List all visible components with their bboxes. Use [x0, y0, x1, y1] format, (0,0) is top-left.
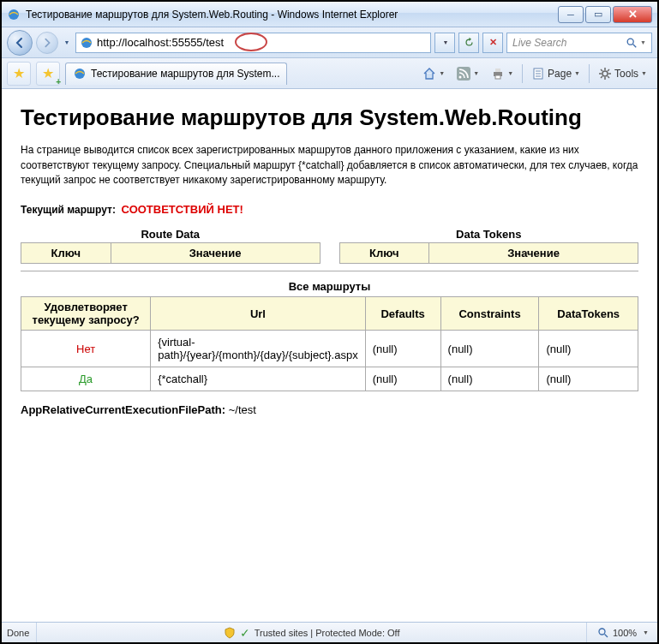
svg-point-2 [627, 39, 633, 45]
search-dropdown[interactable]: ▼ [640, 39, 646, 45]
address-bar-wrap [75, 33, 431, 53]
address-dropdown[interactable]: ▼ [434, 33, 455, 53]
cell-match: Нет [21, 331, 151, 367]
data-tokens-table: Data Tokens Ключ Значение [339, 228, 639, 264]
cell-constraints: (null) [440, 367, 539, 391]
cell-datatokens: (null) [539, 331, 638, 367]
check-icon: ✓ [240, 626, 250, 640]
statusbar: Done ✓ Trusted sites | Protected Mode: O… [2, 622, 657, 642]
toolbar-separator [589, 64, 590, 83]
star-icon: ★ [42, 65, 54, 81]
minimize-button[interactable]: ─ [558, 6, 584, 23]
table-row: Да {*catchall} (null) (null) (null) [21, 367, 638, 391]
address-bar [75, 33, 431, 53]
status-zoom[interactable]: 100% ▼ [594, 627, 652, 639]
no-match-text: СООТВЕТСТВИЙ НЕТ! [122, 203, 243, 216]
tools-menu-button[interactable]: Tools ▼ [593, 63, 652, 85]
zoom-dropdown[interactable]: ▼ [643, 629, 649, 635]
security-text: Trusted sites | Protected Mode: Off [255, 628, 400, 638]
cell-defaults: (null) [365, 331, 440, 367]
window-controls: ─ ▭ ✕ [558, 6, 652, 23]
gear-icon [598, 67, 612, 80]
home-icon [422, 67, 436, 80]
search-icon[interactable] [626, 37, 638, 49]
close-button[interactable]: ✕ [613, 6, 652, 23]
route-data-table: Route Data Ключ Значение [21, 228, 321, 264]
page-icon [80, 36, 93, 50]
page-description: На странице выводится список всех зареги… [21, 143, 638, 188]
zoom-icon [597, 627, 609, 639]
plus-icon: + [56, 77, 61, 86]
page-heading: Тестирование маршрутов для System.Web.Ro… [21, 104, 638, 131]
col-url: Url [151, 297, 365, 331]
svg-point-6 [459, 75, 462, 78]
col-value: Значение [429, 243, 638, 264]
svg-line-22 [608, 69, 609, 71]
print-icon [491, 67, 505, 80]
svg-point-23 [599, 629, 605, 635]
print-button[interactable]: ▼ [486, 63, 518, 85]
browser-window: Тестирование маршрутов для System.Web.Ro… [2, 2, 657, 642]
current-route-label: Текущий маршрут [21, 204, 112, 216]
svg-line-3 [633, 44, 637, 47]
favorites-button[interactable]: ★ [7, 62, 31, 86]
ie-icon [7, 8, 21, 21]
col-key: Ключ [21, 243, 111, 264]
routes-table: Удовлетворяет текущему запросу? Url Defa… [21, 296, 638, 391]
divider [21, 271, 638, 271]
app-path-value: ~/test [229, 403, 256, 416]
cell-defaults: (null) [365, 367, 440, 391]
browser-tab[interactable]: Тестирование маршрутов для System... [65, 63, 287, 85]
page-menu-label: Page [548, 68, 572, 80]
table-row: Нет {virtual-path}/{year}/{month}/{day}/… [21, 331, 638, 367]
search-placeholder: Live Search [512, 37, 566, 49]
page-icon [531, 67, 545, 80]
feeds-button[interactable]: ▼ [452, 63, 484, 85]
back-button[interactable] [7, 30, 33, 56]
search-box[interactable]: Live Search ▼ [506, 33, 652, 53]
app-path-line: AppRelativeCurrentExecutionFilePath: ~/t… [21, 403, 638, 416]
window-title: Тестирование маршрутов для System.Web.Ro… [26, 9, 558, 21]
cell-datatokens: (null) [539, 367, 638, 391]
toolbar-separator [522, 64, 523, 83]
star-icon: ★ [13, 65, 25, 81]
titlebar: Тестирование маршрутов для System.Web.Ro… [2, 2, 657, 27]
svg-rect-9 [495, 75, 500, 79]
add-favorites-button[interactable]: ★+ [36, 62, 60, 86]
forward-button[interactable] [36, 32, 58, 54]
current-route-line: Текущий маршрут: СООТВЕТСТВИЙ НЕТ! [21, 203, 638, 216]
refresh-button[interactable] [458, 33, 479, 53]
nav-history-dropdown[interactable]: ▼ [62, 31, 72, 55]
tools-menu-label: Tools [614, 68, 638, 80]
svg-point-14 [602, 71, 608, 76]
svg-line-24 [604, 634, 608, 637]
address-input[interactable] [97, 36, 427, 49]
nav-toolbar: ▼ ▼ ✕ Live Search ▼ [2, 27, 657, 58]
page-menu-button[interactable]: Page ▼ [526, 63, 585, 85]
page-icon [73, 67, 87, 80]
col-match: Удовлетворяет текущему запросу? [21, 297, 151, 331]
maximize-button[interactable]: ▭ [585, 6, 611, 23]
tab-title: Тестирование маршрутов для System... [91, 68, 279, 80]
page-content: Тестирование маршрутов для System.Web.Ro… [2, 89, 657, 622]
cell-match: Да [21, 367, 151, 391]
command-toolbar: ★ ★+ Тестирование маршрутов для System..… [2, 58, 657, 89]
home-button[interactable]: ▼ [417, 63, 450, 85]
svg-rect-8 [495, 69, 500, 72]
shield-icon [224, 627, 236, 639]
data-tokens-caption: Data Tokens [339, 228, 639, 241]
zoom-value: 100% [613, 628, 637, 638]
svg-rect-5 [457, 67, 470, 80]
cell-url: {*catchall} [151, 367, 365, 391]
col-key: Ключ [339, 243, 429, 264]
summary-tables: Route Data Ключ Значение Data Tokens Клю… [21, 228, 638, 264]
col-value: Значение [111, 243, 320, 264]
stop-button[interactable]: ✕ [482, 33, 503, 53]
status-security: ✓ Trusted sites | Protected Mode: Off [36, 623, 587, 642]
svg-line-20 [608, 76, 609, 78]
status-done: Done [7, 628, 29, 638]
all-routes-caption: Все маршруты [21, 280, 638, 293]
svg-line-19 [601, 69, 602, 71]
col-constraints: Constraints [440, 297, 539, 331]
col-defaults: Defaults [365, 297, 440, 331]
